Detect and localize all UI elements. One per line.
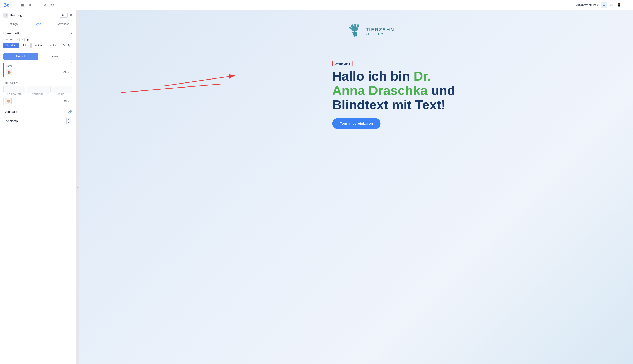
device-switcher: 🖥 ▭ 📱 ⊡ bbox=[601, 2, 630, 8]
settings-icon[interactable]: ⚙ bbox=[51, 3, 54, 8]
heading-dr-green: Dr. bbox=[414, 69, 431, 83]
state-normal-btn[interactable]: Normal bbox=[3, 53, 38, 60]
svg-point-1 bbox=[354, 24, 356, 26]
topbar-right: Tierzahnzentrum ▾ 🖥 ▭ 📱 ⊡ bbox=[574, 2, 630, 8]
typografie-label: Typografie bbox=[3, 110, 17, 114]
add-icon[interactable]: ⊕ bbox=[14, 3, 17, 8]
uberschrift-title: Überschrift bbox=[3, 32, 19, 35]
canvas-logo: TIERZAHN ZENTRUM bbox=[346, 23, 394, 40]
typografie-row: Typografie 🔗 bbox=[0, 107, 76, 116]
responsive-icons: 🖥 ▭ 📱 bbox=[16, 38, 30, 41]
align-links-btn[interactable]: links bbox=[20, 43, 31, 48]
heading-element-icon: H bbox=[3, 13, 8, 18]
text-shadow-label: Text shadow bbox=[3, 82, 72, 84]
typografie-link-icon[interactable]: 🔗 bbox=[68, 110, 72, 114]
stepper-down-arrow[interactable]: ▼ bbox=[67, 121, 71, 124]
history-icon[interactable]: ↺ bbox=[44, 3, 47, 8]
lineclamp-input[interactable] bbox=[58, 118, 66, 124]
site-name: Tierzahnzentrum bbox=[574, 3, 596, 7]
shadow-blur-label: BLUR bbox=[51, 93, 72, 96]
shadow-horizontal-input[interactable] bbox=[3, 86, 25, 93]
lineclamp-row: Line clamp ℹ ▲ ▼ bbox=[0, 116, 76, 126]
stepper-arrows: ▲ ▼ bbox=[66, 118, 71, 124]
mobile-device-btn[interactable]: 📱 bbox=[616, 2, 622, 8]
svg-point-3 bbox=[349, 27, 352, 29]
site-selector[interactable]: Tierzahnzentrum ▾ bbox=[574, 3, 598, 7]
tab-advanced[interactable]: Advanced bbox=[51, 20, 76, 28]
shadow-color-picker-button[interactable]: 🎨 bbox=[5, 98, 12, 104]
add-btn-chevron: ▾ bbox=[64, 14, 66, 17]
uberschrift-section-header[interactable]: Überschrift ∧ bbox=[0, 28, 76, 38]
color-picker-button[interactable]: 🎨 bbox=[6, 69, 12, 76]
sidebar-actions: ⊕ ▾ ✕ bbox=[60, 13, 72, 18]
sidebar-header: H Heading ⊕ ▾ ✕ bbox=[0, 10, 76, 20]
align-zentriert-btn[interactable]: zentriert bbox=[32, 43, 46, 48]
shadow-clear-button[interactable]: Clear bbox=[64, 100, 71, 103]
align-buttons: Standard links zentriert rechts Justify bbox=[3, 43, 72, 48]
sidebar: H Heading ⊕ ▾ ✕ Settings Style Advanced … bbox=[0, 10, 76, 364]
shadow-vertical-input[interactable] bbox=[27, 86, 49, 93]
uberschrift-section: Überschrift ∧ Text align 🖥 ▭ 📱 Standard … bbox=[0, 28, 76, 126]
state-hover-btn[interactable]: Hover bbox=[38, 53, 73, 60]
svg-point-2 bbox=[357, 24, 359, 27]
align-justify-btn[interactable]: Justify bbox=[60, 43, 73, 48]
be-logo: Be bbox=[3, 2, 9, 8]
element-type-label: Heading bbox=[10, 13, 22, 17]
cta-button[interactable]: Termin vereinbaren bbox=[332, 118, 381, 129]
tablet-device-btn[interactable]: ▭ bbox=[608, 2, 614, 8]
desktop-device-btn[interactable]: 🖥 bbox=[601, 2, 607, 8]
stepper-up-arrow[interactable]: ▲ bbox=[67, 118, 71, 121]
add-element-button[interactable]: ⊕ ▾ bbox=[60, 13, 68, 18]
svg-point-4 bbox=[351, 26, 358, 31]
topbar: Be ⊕ ⊞ ⇅ ▭ ↺ ⚙ Tierzahnzentrum ▾ 🖥 ▭ 📱 ⊡ bbox=[0, 0, 633, 10]
add-icon-small: ⊕ bbox=[61, 14, 64, 17]
svg-line-8 bbox=[123, 84, 223, 92]
shadow-inputs: HORIZONTAL VERTICAL BLUR bbox=[3, 86, 72, 96]
responsive-desktop-icon[interactable]: 🖥 bbox=[16, 38, 20, 41]
heading-line2: Anna Draschka und bbox=[332, 83, 491, 98]
text-align-label-row: Text align 🖥 ▭ 📱 bbox=[3, 38, 72, 41]
farbe-clear-button[interactable]: Clear bbox=[63, 71, 70, 74]
sidebar-collapse-handle[interactable]: ‹ bbox=[76, 10, 79, 364]
topbar-left: Be ⊕ ⊞ ⇅ ▭ ↺ ⚙ bbox=[3, 2, 54, 8]
brand-text: TIERZAHN ZENTRUM bbox=[366, 27, 394, 36]
annotation-arrow-2 bbox=[121, 80, 223, 96]
state-toggle: Normal Hover bbox=[3, 53, 72, 60]
shadow-blur-input[interactable] bbox=[51, 86, 72, 93]
shadow-horizontal-label: HORIZONTAL bbox=[3, 93, 25, 96]
color-input-field[interactable] bbox=[14, 69, 62, 76]
lineclamp-stepper: ▲ ▼ bbox=[58, 118, 72, 124]
responsive-tablet-icon[interactable]: ▭ bbox=[21, 38, 25, 41]
shadow-color-input[interactable] bbox=[13, 98, 62, 104]
farbe-section: Farbe 🎨 Clear bbox=[3, 62, 72, 78]
svg-line-6 bbox=[163, 76, 235, 86]
farbe-label: Farbe bbox=[6, 64, 70, 68]
frame-icon[interactable]: ▭ bbox=[36, 3, 39, 8]
tab-style[interactable]: Style bbox=[25, 20, 51, 28]
color-row: 🎨 Clear bbox=[6, 69, 70, 76]
align-standard-btn[interactable]: Standard bbox=[3, 43, 19, 48]
sort-icon[interactable]: ⇅ bbox=[28, 3, 32, 8]
shadow-vertical-label: VERTICAL bbox=[27, 93, 49, 96]
shadow-horizontal-group: HORIZONTAL bbox=[3, 86, 25, 96]
canvas: TIERZAHN ZENTRUM OVERLINE Hallo ich bin … bbox=[79, 10, 633, 364]
close-sidebar-button[interactable]: ✕ bbox=[69, 13, 72, 18]
text-shadow-section: Text shadow HORIZONTAL VERTICAL BLUR bbox=[0, 80, 76, 107]
tierzahn-logo-icon bbox=[346, 23, 363, 40]
brand-sub: ZENTRUM bbox=[366, 32, 394, 36]
shadow-blur-group: BLUR bbox=[51, 86, 72, 96]
tab-settings[interactable]: Settings bbox=[0, 20, 25, 28]
overline-badge: OVERLINE bbox=[332, 61, 353, 66]
layout-icon[interactable]: ⊞ bbox=[21, 3, 24, 8]
chevron-down-icon: ▾ bbox=[597, 3, 598, 7]
responsive-mobile-icon[interactable]: 📱 bbox=[26, 38, 30, 41]
shadow-vertical-group: VERTICAL bbox=[27, 86, 49, 96]
sidebar-title: H Heading bbox=[3, 13, 22, 18]
text-align-row: Text align 🖥 ▭ 📱 Standard links zentrier… bbox=[0, 38, 76, 51]
shadow-color-row: 🎨 Clear bbox=[3, 97, 72, 105]
align-rechts-btn[interactable]: rechts bbox=[47, 43, 59, 48]
fullscreen-btn[interactable]: ⊡ bbox=[624, 2, 630, 8]
section-collapse-icon[interactable]: ∧ bbox=[70, 31, 72, 35]
lineclamp-info-icon[interactable]: ℹ bbox=[19, 119, 20, 123]
canvas-heading: OVERLINE Hallo ich bin Dr. Anna Draschka… bbox=[332, 61, 491, 129]
